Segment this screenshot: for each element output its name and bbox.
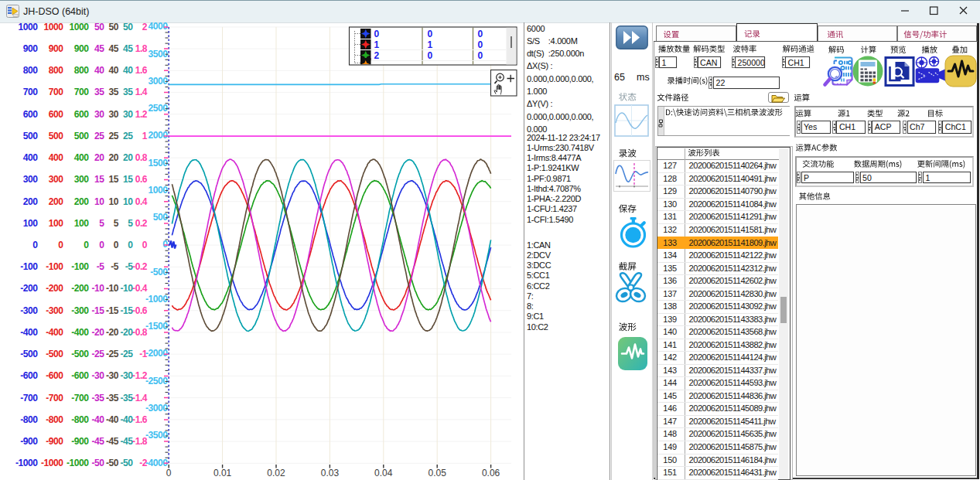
- svg-text:1: 1: [428, 39, 433, 50]
- svg-text:0: 0: [374, 29, 380, 39]
- svg-text:1: 1: [374, 39, 380, 50]
- svg-text:0: 0: [478, 39, 483, 50]
- svg-text:0: 0: [428, 50, 433, 61]
- svg-text:0: 0: [478, 29, 483, 39]
- svg-text:0: 0: [428, 29, 433, 39]
- svg-text:2: 2: [374, 50, 380, 61]
- svg-text:0: 0: [478, 50, 483, 61]
